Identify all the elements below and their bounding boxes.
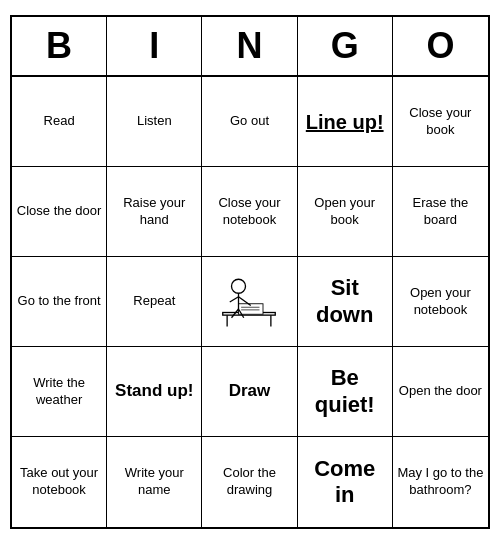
bingo-cell-2: Go out — [202, 77, 297, 167]
bingo-letter-o: O — [393, 17, 488, 75]
bingo-cell-11: Repeat — [107, 257, 202, 347]
bingo-letter-i: I — [107, 17, 202, 75]
bingo-letter-g: G — [298, 17, 393, 75]
bingo-letter-n: N — [202, 17, 297, 75]
svg-point-4 — [232, 279, 246, 293]
bingo-card: BINGO ReadListenGo outLine up!Close your… — [10, 15, 490, 529]
bingo-cell-12 — [202, 257, 297, 347]
bingo-cell-23: Come in — [298, 437, 393, 527]
bingo-cell-22: Color the drawing — [202, 437, 297, 527]
bingo-cell-10: Go to the front — [12, 257, 107, 347]
bingo-cell-3: Line up! — [298, 77, 393, 167]
bingo-cell-13: Sit down — [298, 257, 393, 347]
bingo-cell-15: Write the weather — [12, 347, 107, 437]
bingo-cell-6: Raise your hand — [107, 167, 202, 257]
bingo-letter-b: B — [12, 17, 107, 75]
bingo-header: BINGO — [12, 17, 488, 77]
bingo-cell-14: Open your notebook — [393, 257, 488, 347]
bingo-cell-24: May I go to the bathroom? — [393, 437, 488, 527]
bingo-cell-19: Open the door — [393, 347, 488, 437]
bingo-cell-18: Be quiet! — [298, 347, 393, 437]
bingo-cell-20: Take out your notebook — [12, 437, 107, 527]
bingo-grid: ReadListenGo outLine up!Close your bookC… — [12, 77, 488, 527]
svg-line-6 — [230, 296, 239, 301]
bingo-cell-7: Close your notebook — [202, 167, 297, 257]
bingo-cell-9: Erase the board — [393, 167, 488, 257]
bingo-cell-4: Close your book — [393, 77, 488, 167]
bingo-cell-1: Listen — [107, 77, 202, 167]
bingo-cell-21: Write your name — [107, 437, 202, 527]
svg-line-8 — [232, 309, 239, 318]
bingo-cell-8: Open your book — [298, 167, 393, 257]
bingo-cell-16: Stand up! — [107, 347, 202, 437]
bingo-cell-0: Read — [12, 77, 107, 167]
bingo-cell-17: Draw — [202, 347, 297, 437]
bingo-cell-5: Close the door — [12, 167, 107, 257]
